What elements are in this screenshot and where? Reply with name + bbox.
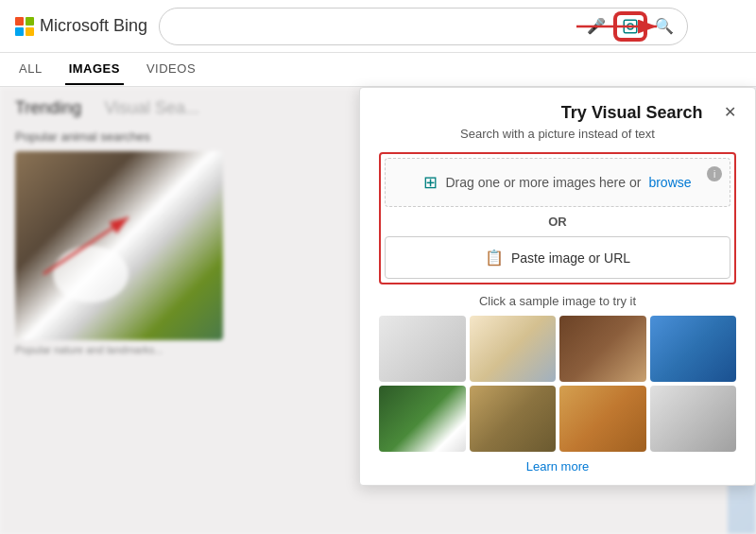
svg-rect-0 (624, 20, 637, 33)
popup-title: Try Visual Search (548, 103, 717, 123)
sample-image-harbor[interactable] (650, 316, 737, 382)
sample-image-sunglasses[interactable] (379, 316, 466, 382)
tab-videos[interactable]: VIDEOS (143, 54, 199, 85)
sample-image-flower[interactable] (379, 386, 466, 452)
trending-title: Trending (15, 98, 81, 118)
camera-search-icon (622, 18, 639, 35)
search-input[interactable] (173, 18, 579, 34)
tab-images[interactable]: IMAGES (65, 54, 124, 85)
sample-image-interior[interactable] (470, 316, 557, 382)
microsoft-logo-icon (15, 17, 34, 36)
main-content: Trending Visual Sea... Popular animal se… (0, 87, 756, 534)
paste-label: Paste image or URL (511, 250, 630, 266)
browse-link[interactable]: browse (648, 175, 691, 190)
info-icon[interactable]: i (707, 166, 722, 181)
sample-grid (379, 316, 736, 452)
popup-header: Try Visual Search ✕ (379, 103, 736, 123)
bing-brand-name: Microsoft Bing (40, 16, 147, 36)
popup-subtitle: Search with a picture instead of text (379, 127, 736, 141)
drop-zone[interactable]: ⊞ Drag one or more images here or browse… (385, 158, 730, 207)
tab-all[interactable]: ALL (15, 54, 46, 85)
close-button[interactable]: ✕ (724, 103, 736, 121)
visual-search-icon-button[interactable] (615, 13, 645, 40)
paste-icon: 📋 (485, 249, 504, 267)
sample-image-dog[interactable] (559, 386, 646, 452)
header: Microsoft Bing 🎤 🔍 (0, 0, 756, 53)
sample-section: Click a sample image to try it (379, 294, 736, 452)
drag-text: Drag one or more images here or (445, 175, 641, 190)
search-button[interactable]: 🔍 (655, 17, 674, 35)
paste-zone[interactable]: 📋 Paste image or URL (385, 236, 730, 279)
nav-tabs: ALL IMAGES VIDEOS (0, 53, 756, 87)
svg-point-1 (627, 24, 633, 29)
drop-zone-container: ⊞ Drag one or more images here or browse… (379, 152, 736, 284)
sample-image-landmark[interactable] (470, 386, 557, 452)
or-divider: OR (385, 215, 730, 229)
dog-image (15, 151, 223, 340)
search-bar[interactable]: 🎤 🔍 (159, 8, 688, 45)
visual-search-popup: Try Visual Search ✕ Search with a pictur… (359, 87, 756, 486)
drag-images-icon: ⊞ (423, 172, 438, 193)
learn-more-link[interactable]: Learn more (379, 459, 736, 474)
visual-search-label: Visual Sea... (104, 98, 199, 118)
microphone-icon[interactable]: 🎤 (587, 17, 606, 35)
sample-image-coffee[interactable] (559, 316, 646, 382)
sample-image-misc[interactable] (650, 386, 737, 452)
bing-logo: Microsoft Bing (15, 16, 147, 36)
sample-title: Click a sample image to try it (379, 294, 736, 308)
